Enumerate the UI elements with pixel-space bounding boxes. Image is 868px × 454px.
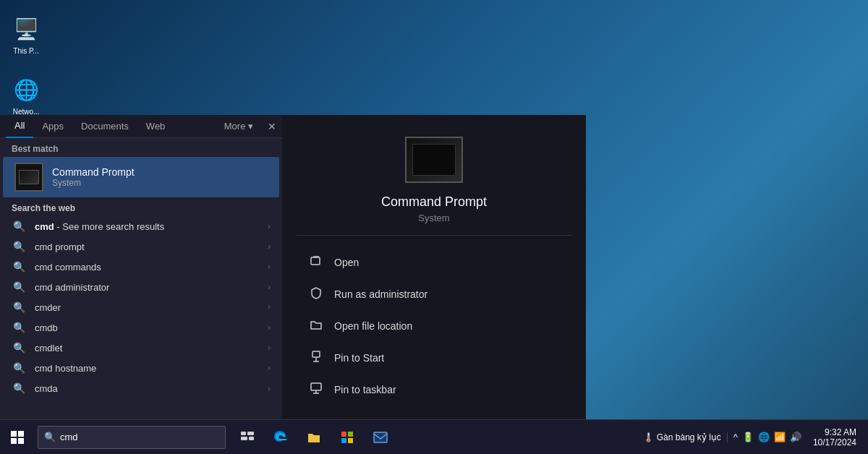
tab-all[interactable]: All bbox=[6, 115, 33, 138]
search-icon: 🔍 bbox=[12, 281, 26, 293]
open-icon bbox=[308, 254, 324, 270]
search-result-cmd-commands[interactable]: 🔍 cmd commands › bbox=[0, 257, 282, 277]
search-result-cmd-prompt[interactable]: 🔍 cmd prompt › bbox=[0, 236, 282, 257]
start-button[interactable] bbox=[0, 420, 35, 455]
svg-rect-8 bbox=[18, 431, 24, 437]
search-icon: 🔍 bbox=[12, 241, 26, 252]
volume-icon[interactable]: 🔊 bbox=[790, 432, 801, 442]
chevron-right-icon: › bbox=[268, 363, 271, 373]
search-icon: 🔍 bbox=[12, 322, 26, 333]
svg-rect-16 bbox=[348, 432, 353, 437]
search-result-text-cmdlet: cmdlet bbox=[35, 343, 259, 354]
app-preview-sub: System bbox=[418, 213, 449, 223]
best-match-item[interactable]: Command Prompt System bbox=[3, 157, 279, 197]
cmd-app-icon bbox=[14, 163, 43, 192]
svg-rect-13 bbox=[241, 437, 247, 440]
search-icon: 🔍 bbox=[44, 432, 56, 442]
taskbar-edge[interactable] bbox=[265, 420, 297, 455]
taskbar-search-box[interactable]: 🔍 bbox=[38, 426, 226, 449]
search-result-text-cmd-prompt: cmd prompt bbox=[35, 241, 259, 252]
chevron-right-icon: › bbox=[268, 302, 271, 312]
action-pin-taskbar[interactable]: Pin to taskbar bbox=[297, 374, 571, 405]
taskbar-store[interactable] bbox=[331, 420, 363, 455]
pin-start-label: Pin to Start bbox=[334, 352, 384, 364]
desktop-icon-this-pc[interactable]: 🖥️ This P... bbox=[6, 6, 46, 64]
wifi-icon[interactable]: 📶 bbox=[774, 432, 786, 442]
search-result-text-cmder: cmder bbox=[35, 302, 259, 313]
action-open[interactable]: Open bbox=[297, 247, 571, 278]
taskbar-icons bbox=[231, 420, 396, 455]
app-preview-icon bbox=[405, 137, 463, 183]
action-pin-start[interactable]: Pin to Start bbox=[297, 343, 571, 373]
search-result-cmd-hostname[interactable]: 🔍 cmd hostname › bbox=[0, 358, 282, 378]
best-match-label: Best match bbox=[0, 138, 282, 157]
best-match-text: Command Prompt System bbox=[52, 166, 135, 188]
chevron-right-icon: › bbox=[268, 221, 271, 231]
svg-rect-1 bbox=[312, 351, 320, 357]
tab-web[interactable]: Web bbox=[137, 115, 174, 138]
start-menu-tabs: All Apps Documents Web More ▾ ✕ bbox=[0, 115, 282, 138]
action-run-admin[interactable]: Run as administrator bbox=[297, 279, 571, 309]
search-result-cmder[interactable]: 🔍 cmder › bbox=[0, 297, 282, 317]
search-result-cmda[interactable]: 🔍 cmda › bbox=[0, 378, 282, 398]
app-divider bbox=[297, 235, 571, 236]
start-menu-left-panel: All Apps Documents Web More ▾ ✕ Best mat… bbox=[0, 115, 282, 419]
pin-start-icon bbox=[308, 350, 324, 366]
pin-taskbar-label: Pin to taskbar bbox=[334, 384, 396, 395]
run-admin-label: Run as administrator bbox=[334, 288, 427, 300]
svg-rect-18 bbox=[348, 438, 353, 443]
svg-rect-15 bbox=[341, 432, 346, 437]
search-icon: 🔍 bbox=[12, 301, 26, 313]
search-result-text-cmd: cmd - See more search results bbox=[35, 221, 259, 232]
folder-icon bbox=[308, 318, 324, 334]
chevron-up-icon[interactable]: ^ bbox=[733, 432, 738, 442]
tab-apps[interactable]: Apps bbox=[33, 115, 72, 138]
search-icon: 🔍 bbox=[12, 261, 26, 273]
close-icon[interactable]: ✕ bbox=[268, 121, 276, 132]
start-menu: All Apps Documents Web More ▾ ✕ Best mat… bbox=[0, 115, 586, 419]
network-icon[interactable]: 🌐 bbox=[758, 432, 770, 442]
svg-rect-0 bbox=[311, 257, 320, 265]
svg-rect-9 bbox=[11, 438, 17, 444]
svg-rect-17 bbox=[341, 438, 346, 443]
svg-rect-12 bbox=[247, 432, 254, 435]
app-preview-name: Command Prompt bbox=[381, 194, 487, 210]
search-input[interactable] bbox=[60, 432, 219, 442]
search-result-cmdb[interactable]: 🔍 cmdb › bbox=[0, 317, 282, 338]
time-display: 9:32 AM bbox=[825, 427, 856, 437]
taskbar-task-view[interactable] bbox=[231, 420, 263, 455]
taskbar-weather[interactable]: 🌡️ Gàn bàng kỷ lục bbox=[637, 432, 728, 442]
open-location-label: Open file location bbox=[334, 320, 412, 332]
battery-icon[interactable]: 🔋 bbox=[742, 432, 754, 442]
app-actions: Open Run as administrator Open file loca… bbox=[297, 247, 571, 405]
pin-taskbar-icon bbox=[308, 382, 324, 398]
search-icon: 🔍 bbox=[12, 382, 26, 394]
chevron-right-icon: › bbox=[268, 322, 271, 333]
chevron-right-icon: › bbox=[268, 241, 271, 252]
tab-more[interactable]: More ▾ bbox=[216, 115, 262, 138]
chevron-right-icon: › bbox=[268, 262, 271, 272]
search-result-cmdlet[interactable]: 🔍 cmdlet › bbox=[0, 338, 282, 358]
taskbar-clock[interactable]: 9:32 AM 10/17/2024 bbox=[807, 427, 862, 447]
search-result-cmd[interactable]: 🔍 cmd - See more search results › bbox=[0, 216, 282, 236]
start-menu-right-panel: Command Prompt System Open Run bbox=[282, 115, 586, 419]
search-result-cmd-administrator[interactable]: 🔍 cmd administrator › bbox=[0, 277, 282, 297]
svg-rect-14 bbox=[249, 437, 254, 440]
svg-rect-4 bbox=[311, 383, 321, 390]
search-icon: 🔍 bbox=[12, 220, 26, 232]
system-tray: ^ 🔋 🌐 📶 🔊 bbox=[731, 432, 804, 442]
taskbar-explorer[interactable] bbox=[298, 420, 330, 455]
search-result-text-cmd-hostname: cmd hostname bbox=[35, 363, 259, 374]
date-display: 10/17/2024 bbox=[813, 437, 856, 447]
shield-icon bbox=[308, 286, 324, 302]
taskbar-right: 🌡️ Gàn bàng kỷ lục ^ 🔋 🌐 📶 🔊 9:32 AM 10/… bbox=[637, 420, 868, 455]
search-result-text-cmd-commands: cmd commands bbox=[35, 262, 259, 273]
taskbar-mail[interactable] bbox=[365, 420, 396, 455]
svg-rect-10 bbox=[18, 438, 24, 444]
action-open-location[interactable]: Open file location bbox=[297, 311, 571, 341]
chevron-right-icon: › bbox=[268, 282, 271, 292]
weather-text: Gàn bàng kỷ lục bbox=[657, 432, 721, 442]
search-icon: 🔍 bbox=[12, 362, 26, 374]
taskbar: 🔍 bbox=[0, 419, 868, 454]
tab-documents[interactable]: Documents bbox=[72, 115, 137, 138]
